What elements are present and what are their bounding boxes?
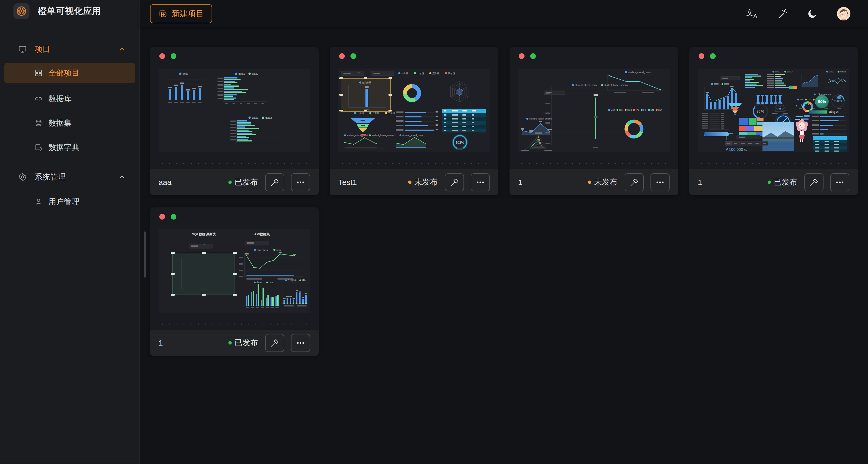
svg-text:Tue: Tue <box>619 109 623 111</box>
edit-project-button[interactable] <box>265 173 284 191</box>
link-icon <box>34 95 43 103</box>
card-footer: 1 已发布 <box>150 330 319 356</box>
green-dot <box>350 53 356 59</box>
svg-text:Thu: Thu <box>636 109 639 111</box>
sidebar-section-projects[interactable]: 项目 <box>4 40 135 58</box>
edit-project-button[interactable] <box>445 173 464 191</box>
svg-text:合计价格: 合计价格 <box>287 279 297 282</box>
project-title: 1 <box>698 178 702 187</box>
svg-text:student_attend_count: student_attend_count <box>628 71 651 74</box>
svg-text:student_attend_count: student_attend_count <box>402 134 424 136</box>
chevron-up-icon <box>119 173 126 181</box>
svg-text:class_hour: class_hour <box>257 249 268 251</box>
svg-text:Mon: Mon <box>800 98 804 101</box>
pager-dots <box>342 163 487 164</box>
svg-text:data1: data1 <box>252 116 258 119</box>
sidebar-divider <box>8 163 131 163</box>
hammer-icon <box>629 178 639 187</box>
svg-text:Wed: Wed <box>627 109 632 111</box>
more-actions-button[interactable] <box>291 173 310 191</box>
edit-project-button[interactable] <box>625 173 644 191</box>
svg-text:data1: data1 <box>256 281 262 284</box>
green-dot <box>710 53 716 59</box>
edit-project-button[interactable] <box>804 173 824 191</box>
window-dots <box>159 53 176 59</box>
svg-text:看得见: 看得见 <box>829 110 838 114</box>
app-title: 橙单可视化应用 <box>38 5 101 17</box>
project-thumbnail[interactable]: price data1 data2 <box>159 68 310 152</box>
sidebar-section-label: 系统管理 <box>35 172 66 182</box>
more-actions-button[interactable] <box>471 173 490 191</box>
project-thumbnail[interactable]: student_attend_count student_attend_coun… <box>518 68 670 152</box>
magic-wand-icon[interactable] <box>777 8 788 19</box>
pager-dots <box>162 323 307 324</box>
project-thumbnail[interactable]: SQL数据源测试 API数据集 class_hour price <box>159 229 310 313</box>
sidebar: 橙单可视化应用 项目 全部项目 <box>0 0 140 464</box>
sidebar-header: 橙单可视化应用 <box>0 0 140 20</box>
dark-mode-moon-icon[interactable] <box>807 8 818 19</box>
svg-text:一年级: 一年级 <box>357 112 364 115</box>
sidebar-section-label: 项目 <box>35 44 50 55</box>
sidebar-item-user-management[interactable]: 用户管理 <box>4 192 135 212</box>
user-icon <box>34 197 43 206</box>
sidebar-item-database[interactable]: 数据库 <box>4 89 135 109</box>
status-label: 已发布 <box>235 177 258 187</box>
ellipsis-icon <box>835 178 844 187</box>
card-footer: Test1 未发布 <box>330 169 498 195</box>
project-title: Test1 <box>338 178 357 187</box>
status-label: 未发布 <box>594 177 617 187</box>
more-actions-button[interactable] <box>650 173 670 191</box>
edit-project-button[interactable] <box>265 334 284 352</box>
pager-dots <box>521 163 666 164</box>
svg-text:Sun: Sun <box>658 109 662 111</box>
svg-text:二年级: 二年级 <box>372 112 379 115</box>
projects-content: price data1 data2 <box>140 27 868 464</box>
svg-text:Tue: Tue <box>807 98 811 101</box>
svg-text:SQL数据源测试: SQL数据源测试 <box>192 232 216 236</box>
red-dot <box>159 53 165 59</box>
window-dots <box>339 53 356 59</box>
grid-icon <box>34 69 43 77</box>
status-label: 已发布 <box>774 177 797 187</box>
svg-text:data2: data2 <box>269 281 275 284</box>
language-en-glyph: A <box>753 13 757 20</box>
svg-text:Mon: Mon <box>611 109 615 111</box>
card-footer: aaa 已发布 <box>150 169 319 195</box>
app-logo <box>13 3 30 19</box>
sidebar-item-label: 全部项目 <box>49 68 80 79</box>
green-dot <box>530 53 536 59</box>
more-actions-button[interactable] <box>291 334 310 352</box>
language-icon[interactable]: 文 A <box>746 8 758 20</box>
project-title: 1 <box>159 339 163 347</box>
svg-text:student_attend_count: student_attend_count <box>347 134 368 136</box>
hammer-icon <box>450 178 459 187</box>
sidebar-item-dataset[interactable]: 数据集 <box>4 113 135 133</box>
document-icon <box>34 143 43 152</box>
topbar-actions: 文 A <box>746 7 850 21</box>
svg-text:data2: data2 <box>266 116 272 119</box>
status-dot <box>228 181 232 184</box>
svg-text:student_flower_amount: student_flower_amount <box>529 117 553 120</box>
sidebar-item-all-projects[interactable]: 全部项目 <box>4 63 135 83</box>
sidebar-section-system[interactable]: 系统管理 <box>4 169 135 185</box>
ellipsis-icon <box>296 338 305 348</box>
project-card: data1 data2 <box>689 47 858 195</box>
svg-text:data1: data1 <box>775 70 781 73</box>
status-dot <box>228 341 232 344</box>
svg-text:data2: data2 <box>252 72 258 75</box>
database-icon <box>34 119 43 127</box>
project-thumbnail[interactable]: data1 data2 <box>698 68 849 152</box>
avatar[interactable] <box>837 7 850 21</box>
card-footer: 1 未发布 <box>509 169 678 195</box>
new-project-button[interactable]: 新建项目 <box>150 4 212 23</box>
status-badge: 已发布 <box>228 177 258 187</box>
window-dots <box>699 53 716 59</box>
status-label: 已发布 <box>235 338 258 348</box>
project-thumbnail[interactable]: 献花数量 一年级 二年级 三年级 四年级 <box>338 68 490 152</box>
svg-text:API数据集: API数据集 <box>254 232 270 236</box>
sidebar-item-label: 数据库 <box>49 94 72 104</box>
svg-text:36 %: 36 % <box>756 110 764 113</box>
sidebar-item-data-dictionary[interactable]: 数据字典 <box>4 137 135 157</box>
more-actions-button[interactable] <box>830 173 849 191</box>
scrollbar-thumb[interactable] <box>144 231 146 278</box>
